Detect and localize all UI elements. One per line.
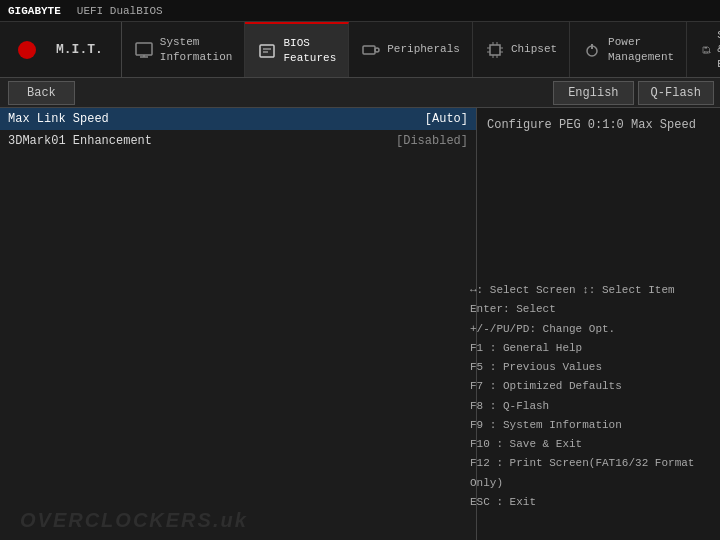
key-line-esc: ESC : Exit: [470, 493, 710, 512]
tab-peripherals[interactable]: Peripherals: [349, 22, 473, 77]
help-text: Configure PEG 0:1:0 Max Speed: [487, 116, 710, 134]
tab-system-information[interactable]: System Information: [122, 22, 246, 77]
svg-rect-0: [136, 43, 152, 55]
svg-point-7: [375, 48, 379, 52]
titlebar: GIGABYTE UEFI DualBIOS: [0, 0, 720, 22]
key-esc: ESC : Exit: [470, 493, 536, 512]
back-button[interactable]: Back: [8, 81, 75, 105]
key-legend: ↔: Select Screen ↕: Select Item Enter: S…: [470, 281, 710, 512]
svg-rect-21: [705, 46, 708, 48]
system-info-icon: [134, 40, 154, 60]
power-mgmt-label: Power Management: [608, 35, 674, 64]
key-f9: F9 : System Information: [470, 416, 622, 435]
brand-label: GIGABYTE: [8, 5, 61, 17]
bios-features-label: BIOS Features: [283, 36, 336, 65]
power-icon: [582, 40, 602, 60]
top-navigation: M.I.T. System Information BIOS Features: [0, 22, 720, 78]
svg-rect-3: [260, 45, 274, 57]
toolbar: Back English Q-Flash: [0, 78, 720, 108]
titlebar-title: UEFI DualBIOS: [77, 5, 163, 17]
key-line-f5: F5 : Previous Values: [470, 358, 710, 377]
chipset-label: Chipset: [511, 42, 557, 56]
peripherals-label: Peripherals: [387, 42, 460, 56]
save-exit-icon: [701, 40, 711, 60]
right-panel: Configure PEG 0:1:0 Max Speed ↔: Select …: [477, 108, 720, 540]
key-line-f12: F12 : Print Screen(FAT16/32 Format Only): [470, 454, 710, 493]
key-line-change: +/-/PU/PD: Change Opt.: [470, 320, 710, 339]
key-navigate: ↔: Select Screen ↕: Select Item: [470, 281, 675, 300]
watermark: OVERCLOCKERS.uk: [20, 509, 248, 532]
language-button[interactable]: English: [553, 81, 633, 105]
key-enter: Enter: Select: [470, 300, 556, 319]
key-line-f8: F8 : Q-Flash: [470, 397, 710, 416]
key-f1: F1 : General Help: [470, 339, 582, 358]
tab-power-management[interactable]: Power Management: [570, 22, 687, 77]
left-panel: Max Link Speed [Auto] 3DMark01 Enhanceme…: [0, 108, 477, 540]
logo-area: M.I.T.: [0, 22, 122, 77]
svg-rect-9: [490, 45, 500, 55]
tab-save-exit[interactable]: Save & Exit: [687, 22, 720, 77]
key-f5: F5 : Previous Values: [470, 358, 602, 377]
key-line-f1: F1 : General Help: [470, 339, 710, 358]
tab-chipset[interactable]: Chipset: [473, 22, 570, 77]
logo-icon: [18, 41, 36, 59]
max-link-speed-value: [Auto]: [425, 112, 468, 126]
key-f12: F12 : Print Screen(FAT16/32 Format Only): [470, 454, 710, 493]
tab-bios-features[interactable]: BIOS Features: [245, 22, 349, 77]
system-info-label: System Information: [160, 35, 233, 64]
max-link-speed-label: Max Link Speed: [8, 112, 425, 126]
qflash-button[interactable]: Q-Flash: [638, 81, 714, 105]
key-change: +/-/PU/PD: Change Opt.: [470, 320, 615, 339]
key-line-f10: F10 : Save & Exit: [470, 435, 710, 454]
key-line-navigate: ↔: Select Screen ↕: Select Item: [470, 281, 710, 300]
3dmark01-value: [Disabled]: [396, 134, 468, 148]
main-content: Max Link Speed [Auto] 3DMark01 Enhanceme…: [0, 108, 720, 540]
3dmark01-label: 3DMark01 Enhancement: [8, 134, 396, 148]
key-f7: F7 : Optimized Defaults: [470, 377, 622, 396]
key-line-f7: F7 : Optimized Defaults: [470, 377, 710, 396]
key-line-enter: Enter: Select: [470, 300, 710, 319]
menu-item-3dmark01[interactable]: 3DMark01 Enhancement [Disabled]: [0, 130, 476, 152]
peripherals-icon: [361, 40, 381, 60]
bios-features-icon: [257, 41, 277, 61]
svg-rect-6: [363, 46, 375, 54]
menu-item-max-link-speed[interactable]: Max Link Speed [Auto]: [0, 108, 476, 130]
key-f8: F8 : Q-Flash: [470, 397, 549, 416]
key-line-f9: F9 : System Information: [470, 416, 710, 435]
mit-tab[interactable]: M.I.T.: [46, 42, 113, 57]
key-f10: F10 : Save & Exit: [470, 435, 582, 454]
chipset-icon: [485, 40, 505, 60]
